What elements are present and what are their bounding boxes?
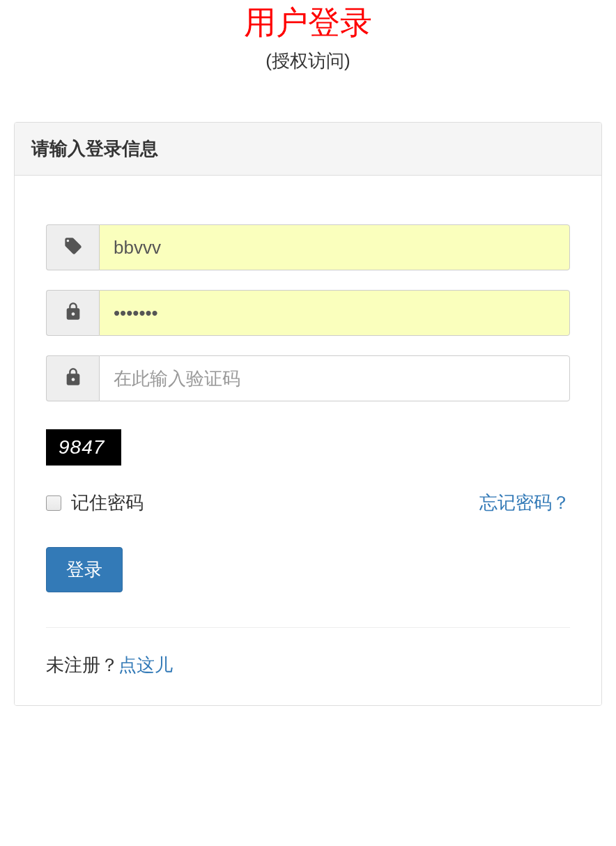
register-link[interactable]: 点这儿 (118, 654, 173, 675)
password-group (46, 290, 570, 336)
remember-label: 记住密码 (71, 491, 144, 515)
username-group (46, 224, 570, 270)
password-input[interactable] (99, 290, 570, 336)
username-input[interactable] (99, 224, 570, 270)
options-row: 记住密码 忘记密码？ (46, 491, 570, 515)
page-subtitle: (授权访问) (14, 49, 602, 73)
lock-icon (63, 302, 83, 324)
captcha-group (46, 355, 570, 401)
page-title: 用户登录 (14, 0, 602, 45)
forgot-password-link[interactable]: 忘记密码？ (479, 491, 570, 515)
login-panel: 请输入登录信息 (14, 122, 602, 706)
captcha-addon (46, 355, 99, 401)
captcha-input[interactable] (99, 355, 570, 401)
register-row: 未注册？点这儿 (46, 653, 570, 677)
login-button[interactable]: 登录 (46, 547, 123, 592)
captcha-image[interactable]: 9847 (46, 429, 121, 466)
remember-checkbox-wrap: 记住密码 (46, 491, 144, 515)
lock-icon (63, 367, 83, 390)
username-addon (46, 224, 99, 270)
divider (46, 627, 570, 628)
panel-body: 9847 记住密码 忘记密码？ 登录 未注册？点这儿 (15, 176, 601, 705)
remember-checkbox[interactable] (46, 495, 61, 511)
tag-icon (63, 236, 83, 259)
password-addon (46, 290, 99, 336)
register-prefix: 未注册？ (46, 654, 118, 675)
panel-heading: 请输入登录信息 (15, 123, 601, 176)
